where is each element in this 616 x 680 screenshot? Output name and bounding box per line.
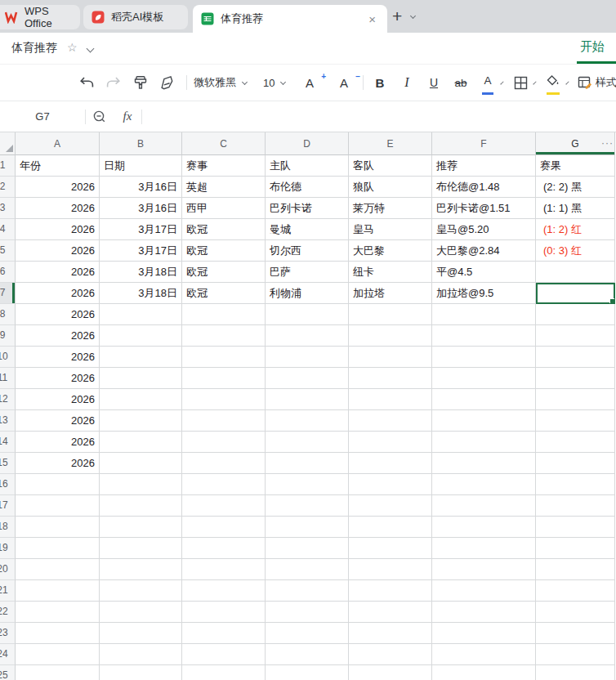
cell-F7[interactable]: 加拉塔@9.5 [432,283,536,304]
cell-A15[interactable]: 2026 [16,453,100,474]
cell-F1[interactable]: 推荐 [432,155,536,177]
cell-A3[interactable]: 2026 [16,198,100,219]
cell-C6[interactable]: 欧冠 [182,262,266,283]
name-box[interactable]: G7 [0,110,85,123]
row-header-8[interactable]: 8 [0,304,16,325]
formula-input[interactable] [142,101,616,132]
cell-E22[interactable] [349,602,432,623]
cell-F21[interactable] [432,580,536,602]
cell-D21[interactable] [266,580,349,602]
row-header-18[interactable]: 18 [0,517,16,538]
tab-sports-sheet[interactable]: 体育推荐 × [193,5,387,33]
cell-B16[interactable] [100,474,182,495]
row-header-23[interactable]: 23 [0,623,16,644]
row-header-5[interactable]: 5 [0,240,16,262]
cell-E14[interactable] [349,432,432,453]
cell-C19[interactable] [182,538,266,559]
row-header-12[interactable]: 12 [0,389,16,410]
cell-B8[interactable] [100,304,182,325]
column-header-E[interactable]: E [349,132,432,155]
cell-A4[interactable]: 2026 [16,219,100,240]
active-cell-G7[interactable] [536,283,615,304]
cell-B9[interactable] [100,325,182,347]
cell-G17[interactable] [536,495,615,517]
cell-A2[interactable]: 2026 [16,177,100,198]
row-header-3[interactable]: 3 [0,198,16,219]
cell-C20[interactable] [182,559,266,580]
cell-A12[interactable]: 2026 [16,389,100,410]
cell-A1[interactable]: 年份 [16,155,100,177]
fill-color-button[interactable] [543,70,563,95]
font-color-button[interactable]: A [478,70,498,95]
cell-F2[interactable]: 布伦德@1.48 [432,177,536,198]
cell-C21[interactable] [182,580,266,602]
cell-B7[interactable]: 3月18日 [100,283,182,304]
cell-A23[interactable] [16,623,100,644]
row-header-25[interactable]: 25 [0,665,16,680]
column-header-B[interactable]: B [100,132,182,155]
cell-C13[interactable] [182,410,266,432]
cell-E25[interactable] [349,665,432,680]
font-name-select[interactable]: 微软雅黑 [194,70,256,95]
cell-C12[interactable] [182,389,266,410]
column-header-A[interactable]: A [16,132,100,155]
row-header-13[interactable]: 13 [0,410,16,432]
cell-A16[interactable] [16,474,100,495]
cell-B24[interactable] [100,644,182,665]
cell-C22[interactable] [182,602,266,623]
cell-D15[interactable] [266,453,349,474]
title-menu-caret-icon[interactable] [87,45,95,53]
cell-A9[interactable]: 2026 [16,325,100,347]
cell-A24[interactable] [16,644,100,665]
new-tab-button[interactable]: + [392,7,402,26]
row-header-15[interactable]: 15 [0,453,16,474]
cell-B20[interactable] [100,559,182,580]
tab-docer-ai[interactable]: 稻壳AI模板 [83,5,188,29]
cell-B21[interactable] [100,580,182,602]
insert-function-button[interactable]: fx [114,110,141,123]
cell-D19[interactable] [266,538,349,559]
zoom-minus-icon[interactable] [86,110,114,124]
cell-F17[interactable] [432,495,536,517]
cell-E5[interactable]: 大巴黎 [349,240,432,262]
cell-F4[interactable]: 皇马@5.20 [432,219,536,240]
cell-F10[interactable] [432,347,536,368]
cell-E24[interactable] [349,644,432,665]
cell-G10[interactable] [536,347,615,368]
cell-G21[interactable] [536,580,615,602]
cell-A21[interactable] [16,580,100,602]
redo-button[interactable] [104,70,123,95]
cell-E4[interactable]: 皇马 [349,219,432,240]
cell-G11[interactable] [536,368,615,389]
cell-C10[interactable] [182,347,266,368]
cell-G4[interactable]: (1: 2) 红 [536,219,615,240]
cell-F16[interactable] [432,474,536,495]
decrease-font-size-button[interactable]: A − [334,70,354,95]
cell-F11[interactable] [432,368,536,389]
cell-B3[interactable]: 3月16日 [100,198,182,219]
select-all-corner[interactable] [0,132,16,155]
cell-A22[interactable] [16,602,100,623]
cell-C8[interactable] [182,304,266,325]
cell-D25[interactable] [266,665,349,680]
cell-E10[interactable] [349,347,432,368]
cell-B6[interactable]: 3月18日 [100,262,182,283]
cell-A17[interactable] [16,495,100,517]
cell-E6[interactable]: 纽卡 [349,262,432,283]
row-header-10[interactable]: 10 [0,347,16,368]
cell-B12[interactable] [100,389,182,410]
cell-B22[interactable] [100,602,182,623]
cell-F18[interactable] [432,517,536,538]
cell-D23[interactable] [266,623,349,644]
cell-B10[interactable] [100,347,182,368]
cell-C11[interactable] [182,368,266,389]
cell-E17[interactable] [349,495,432,517]
cell-E19[interactable] [349,538,432,559]
cell-E3[interactable]: 莱万特 [349,198,432,219]
row-header-22[interactable]: 22 [0,602,16,623]
cell-D12[interactable] [266,389,349,410]
cell-A10[interactable]: 2026 [16,347,100,368]
cell-C16[interactable] [182,474,266,495]
font-size-select[interactable]: 10 [263,70,292,95]
cell-A6[interactable]: 2026 [16,262,100,283]
